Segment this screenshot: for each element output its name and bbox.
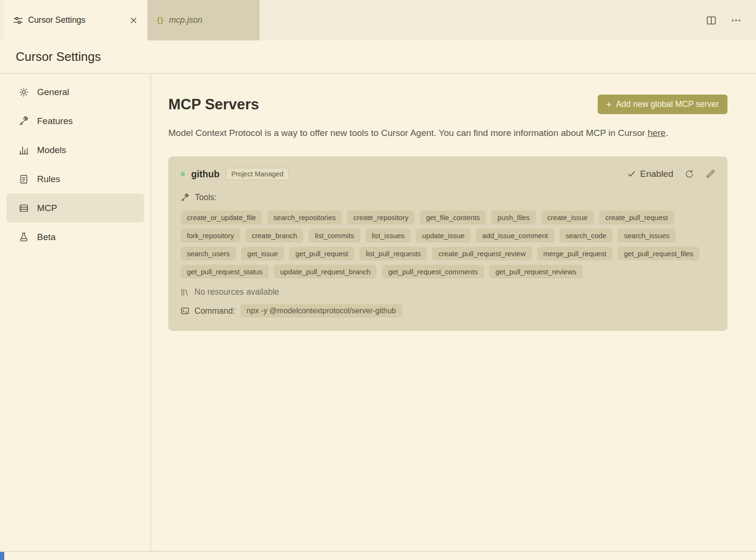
tool-tag: search_users — [181, 247, 236, 261]
tool-tag: get_pull_request — [289, 247, 354, 261]
server-card-actions: Enabled — [627, 169, 715, 179]
settings-sidebar: General Features Models — [0, 74, 151, 551]
tool-tag: update_pull_request_branch — [274, 265, 377, 279]
tool-tag: get_file_contents — [420, 211, 486, 224]
wrench-icon — [181, 193, 189, 202]
more-actions-icon[interactable] — [730, 15, 742, 26]
tool-tag: push_files — [491, 211, 536, 224]
split-editor-icon[interactable] — [706, 15, 717, 26]
resources-text: No resources available — [194, 287, 279, 297]
sidebar-item-models[interactable]: Models — [7, 135, 144, 164]
sidebar-item-general[interactable]: General — [7, 77, 144, 106]
terminal-icon — [181, 307, 189, 315]
page-title: Cursor Settings — [16, 49, 101, 64]
sidebar-item-mcp[interactable]: MCP — [7, 193, 144, 222]
flask-icon — [19, 232, 29, 242]
tools-label-row: Tools: — [181, 193, 715, 203]
section-title: MCP Servers — [168, 96, 259, 113]
enabled-label: Enabled — [640, 169, 673, 179]
server-name: github — [191, 169, 220, 180]
enabled-toggle[interactable]: Enabled — [627, 169, 673, 179]
sidebar-item-beta[interactable]: Beta — [7, 222, 144, 251]
sidebar-item-label: Features — [37, 116, 73, 126]
tool-tag: search_code — [560, 229, 613, 242]
gear-icon — [19, 87, 29, 97]
tab-cursor-settings[interactable]: Cursor Settings — [4, 0, 147, 40]
sidebar-item-label: Beta — [37, 232, 56, 242]
tool-tag: search_issues — [618, 229, 676, 242]
server-status-dot — [181, 172, 185, 176]
bar-chart-icon — [19, 145, 29, 155]
check-icon — [627, 170, 636, 178]
tool-tag: add_issue_comment — [476, 229, 554, 242]
tool-tag: list_issues — [366, 229, 411, 242]
command-label: Command: — [194, 306, 235, 316]
sidebar-item-label: Models — [37, 145, 66, 155]
sidebar-item-label: MCP — [37, 203, 57, 213]
server-card-header: github Project Managed Enabled — [181, 168, 715, 180]
tool-tag: search_repositories — [267, 211, 342, 224]
tool-tag: create_pull_request — [599, 211, 674, 224]
tool-tag: get_pull_request_reviews — [489, 265, 582, 279]
tool-tag: get_pull_request_status — [181, 265, 269, 279]
content-header: MCP Servers + Add new global MCP server — [168, 95, 727, 114]
sidebar-item-label: General — [37, 87, 69, 97]
tab-mcp-json[interactable]: {} mcp.json — [147, 0, 260, 40]
page-title-bar: Cursor Settings — [0, 40, 756, 74]
mcp-server-card: github Project Managed Enabled — [168, 156, 727, 331]
tool-tag: list_pull_requests — [359, 247, 427, 261]
command-value: npx -y @modelcontextprotocol/server-gith… — [241, 304, 402, 318]
tool-tag: create_repository — [347, 211, 415, 224]
refresh-icon[interactable] — [685, 169, 694, 179]
edit-pencil-icon[interactable] — [706, 169, 715, 179]
tool-tag: create_pull_request_review — [432, 247, 532, 261]
add-global-mcp-server-button[interactable]: + Add new global MCP server — [598, 95, 727, 114]
tool-tag-list: create_or_update_file search_repositorie… — [181, 211, 708, 279]
tool-tag: get_issue — [241, 247, 284, 261]
tab-bar-actions — [706, 0, 756, 40]
tool-tag: list_commits — [309, 229, 360, 242]
tool-tag: get_pull_request_files — [618, 247, 699, 261]
document-icon — [19, 174, 29, 184]
plus-icon: + — [606, 100, 612, 109]
remote-indicator — [0, 552, 4, 560]
tool-tag: create_issue — [541, 211, 594, 224]
close-icon[interactable] — [129, 16, 138, 25]
sidebar-item-rules[interactable]: Rules — [7, 164, 144, 193]
editor-tab-bar: Cursor Settings {} mcp.json — [0, 0, 756, 40]
server-icon — [19, 203, 29, 213]
status-bar — [0, 551, 756, 560]
mcp-settings-content: MCP Servers + Add new global MCP server … — [151, 74, 756, 551]
tools-label: Tools: — [195, 193, 217, 203]
library-icon — [181, 288, 189, 297]
tool-tag: get_pull_request_comments — [382, 265, 484, 279]
sidebar-item-features[interactable]: Features — [7, 106, 144, 135]
mcp-docs-link[interactable]: here — [648, 128, 666, 138]
tool-tag: fork_repository — [181, 229, 240, 242]
project-managed-badge: Project Managed — [226, 168, 290, 180]
tools-icon — [19, 116, 29, 126]
description-period: . — [666, 128, 668, 138]
add-button-label: Add new global MCP server — [616, 99, 719, 109]
command-row: Command: npx -y @modelcontextprotocol/se… — [181, 304, 715, 318]
description-text: Model Context Protocol is a way to offer… — [168, 128, 648, 138]
sliders-icon — [13, 16, 23, 25]
resources-row: No resources available — [181, 287, 715, 297]
sidebar-item-label: Rules — [37, 174, 60, 184]
tool-tag: update_issue — [416, 229, 471, 242]
tab-label: Cursor Settings — [28, 15, 86, 25]
tool-tag: create_or_update_file — [181, 211, 262, 224]
tab-label: mcp.json — [169, 15, 202, 25]
tool-tag: create_branch — [245, 229, 303, 242]
json-braces-icon: {} — [157, 16, 164, 25]
mcp-description: Model Context Protocol is a way to offer… — [168, 125, 727, 141]
tool-tag: merge_pull_request — [537, 247, 613, 261]
settings-layout: General Features Models — [0, 74, 756, 551]
